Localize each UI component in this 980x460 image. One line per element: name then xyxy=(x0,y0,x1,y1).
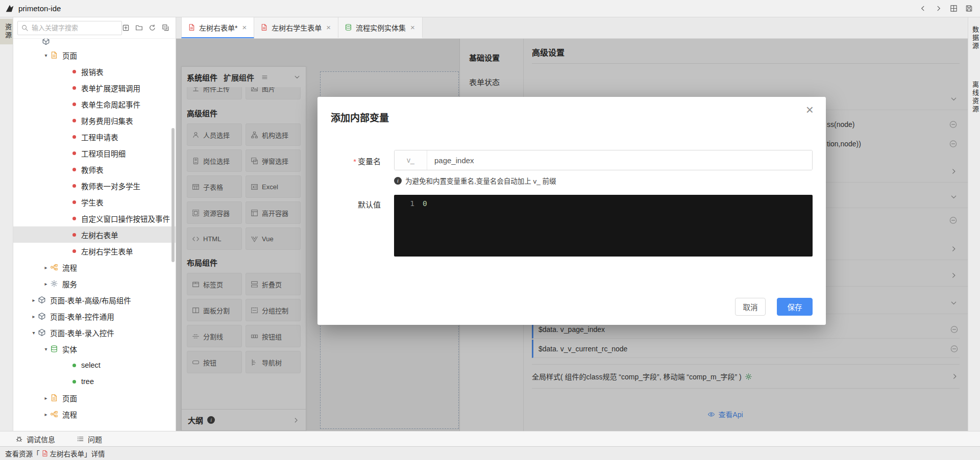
expand-arrow-icon[interactable]: ▸ xyxy=(42,395,50,401)
tree-item[interactable]: ▸ 流程 xyxy=(13,406,176,422)
new-folder-icon[interactable] xyxy=(135,24,143,32)
variable-name-input[interactable] xyxy=(427,150,812,170)
offline-resource-vertical-tab[interactable]: 离线资源 xyxy=(968,76,980,118)
expand-arrow-icon[interactable]: ▸ xyxy=(30,314,38,319)
expand-arrow-icon[interactable]: ▾ xyxy=(30,330,38,336)
tree-item[interactable]: select xyxy=(13,357,176,373)
tab-close-icon[interactable]: × xyxy=(325,22,332,32)
form-icon xyxy=(188,23,195,31)
forward-icon[interactable] xyxy=(935,5,942,12)
tab-label: 左树右学生表单 xyxy=(272,22,322,33)
expand-arrow-icon[interactable]: ▸ xyxy=(42,265,50,270)
split-view-icon[interactable] xyxy=(950,5,958,12)
add-internal-variable-dialog: 添加内部变量 × *变量名 v_ i 为避免和内置变量重名,变量名会自动加上 v… xyxy=(317,97,826,325)
tree-item-label: 表单生命周起事件 xyxy=(81,99,140,110)
tree-item[interactable]: 左树右学生表单 xyxy=(13,243,176,259)
tree-item[interactable]: 学生表 xyxy=(13,194,176,210)
tree-item[interactable]: ▸ 页面-表单-控件通用 xyxy=(13,308,176,324)
variable-prefix: v_ xyxy=(395,150,427,170)
variable-hint: i 为避免和内置变量重名,变量名会自动加上 v_ 前缀 xyxy=(394,175,556,186)
tree-item[interactable]: ▸ 服务 xyxy=(13,275,176,292)
entity-icon xyxy=(345,23,352,31)
cancel-button[interactable]: 取消 xyxy=(735,298,766,316)
required-mark: * xyxy=(353,157,356,166)
tree-item[interactable] xyxy=(13,39,176,47)
tree-item-label: 页面 xyxy=(62,393,77,403)
hint-text: 为避免和内置变量重名,变量名会自动加上 v_ 前缀 xyxy=(405,175,556,186)
expand-arrow-icon[interactable]: ▾ xyxy=(42,346,50,352)
tree-item[interactable]: tree xyxy=(13,373,176,390)
red-dot-icon xyxy=(72,151,76,155)
tree-item[interactable]: ▾ 实体 xyxy=(13,341,176,357)
page-icon xyxy=(50,394,58,402)
tree-item-label: 页面-表单-高级/布局组件 xyxy=(50,295,131,305)
info-icon: i xyxy=(394,177,402,185)
tree-item[interactable]: 表单扩展逻辑调用 xyxy=(13,80,176,96)
red-dot-icon xyxy=(72,168,76,171)
entity-icon xyxy=(50,345,58,353)
problems-tab[interactable]: 问题 xyxy=(77,434,102,444)
default-value-code-editor[interactable]: 1 0 xyxy=(394,195,813,257)
tree-item[interactable]: ▾ 页面-表单-录入控件 xyxy=(13,324,176,341)
tree-item[interactable]: 自定义窗口操作按钮及事件 xyxy=(13,210,176,226)
tree-item[interactable]: 教师表 xyxy=(13,161,176,177)
tree-item[interactable]: ▸ 流程 xyxy=(13,259,176,275)
red-dot-icon xyxy=(72,103,76,106)
collapse-all-icon[interactable] xyxy=(162,24,169,32)
resource-sidebar: ▾ 页面 报销表 表单扩展逻辑调用 表单生命周起事件 财务费用归集表 工程申请表… xyxy=(13,17,176,431)
back-icon[interactable] xyxy=(919,5,927,12)
search-input[interactable] xyxy=(17,21,122,35)
tab-label: 流程实例实体集 xyxy=(356,22,406,33)
datasource-vertical-tab[interactable]: 数据源 xyxy=(968,21,980,55)
tree-item[interactable]: ▸ 页面 xyxy=(13,390,176,406)
tree-item-label: 页面-表单-录入控件 xyxy=(50,327,114,338)
tree-item[interactable]: ▸ 页面-表单-高级/布局组件 xyxy=(13,292,176,308)
tree-item[interactable]: 左树右表单 xyxy=(13,226,176,243)
tree-item-label: select xyxy=(81,361,101,369)
close-icon[interactable]: × xyxy=(806,103,814,116)
scrollbar-thumb[interactable] xyxy=(172,128,175,262)
editor-tab[interactable]: 左树右学生表单 × xyxy=(254,17,338,38)
tree-item[interactable]: 表单生命周起事件 xyxy=(13,96,176,112)
tree-item[interactable]: 工程项目明细 xyxy=(13,145,176,161)
tree-item[interactable]: 报销表 xyxy=(13,63,176,80)
tree-item-label: 左树右学生表单 xyxy=(81,246,133,257)
refresh-icon[interactable] xyxy=(149,24,156,32)
debug-info-label: 调试信息 xyxy=(27,434,55,444)
tree-item[interactable]: ▾ 页面 xyxy=(13,47,176,63)
page-icon xyxy=(50,51,58,59)
tree-item-label: 左树右表单 xyxy=(81,229,118,240)
locate-file-icon[interactable] xyxy=(122,24,130,32)
tree-item-label: 学生表 xyxy=(81,197,104,208)
editor-tab[interactable]: 流程实例实体集 × xyxy=(338,17,423,38)
editor-tab[interactable]: 左树右表单* × xyxy=(181,17,254,38)
module-icon xyxy=(38,312,46,320)
tree-item-label: 页面 xyxy=(62,50,77,61)
red-dot-icon xyxy=(72,86,76,90)
tab-close-icon[interactable]: × xyxy=(241,22,248,32)
tree-item-label: tree xyxy=(81,377,94,386)
save-button[interactable]: 保存 xyxy=(777,298,813,316)
dialog-title: 添加内部变量 xyxy=(331,110,389,124)
tree-item[interactable]: 教师表一对多学生 xyxy=(13,177,176,194)
module-icon xyxy=(38,328,46,337)
resources-vertical-tab[interactable]: 资源 xyxy=(0,19,13,44)
red-dot-icon xyxy=(72,184,76,188)
app-logo-icon xyxy=(5,4,14,13)
save-icon[interactable] xyxy=(965,5,973,12)
status-text-after: 」详情 xyxy=(84,448,105,458)
expand-arrow-icon[interactable]: ▸ xyxy=(42,412,50,417)
module-icon xyxy=(42,39,50,45)
debug-info-tab[interactable]: 调试信息 xyxy=(15,434,55,444)
expand-arrow-icon[interactable]: ▾ xyxy=(42,53,50,58)
tab-close-icon[interactable]: × xyxy=(409,22,416,32)
tree-item[interactable]: 工程申请表 xyxy=(13,129,176,145)
editor-tabbar: 左树右表单* × 左树右学生表单 × 流程实例实体集 × xyxy=(176,17,968,39)
status-text-before: 查看资源「 xyxy=(5,448,40,458)
expand-arrow-icon[interactable]: ▸ xyxy=(42,281,50,287)
tree-item[interactable]: 财务费用归集表 xyxy=(13,112,176,129)
debug-icon xyxy=(15,435,23,443)
module-icon xyxy=(38,296,46,304)
status-resource-name: 左树右表单 xyxy=(50,448,85,458)
expand-arrow-icon[interactable]: ▸ xyxy=(30,297,38,303)
